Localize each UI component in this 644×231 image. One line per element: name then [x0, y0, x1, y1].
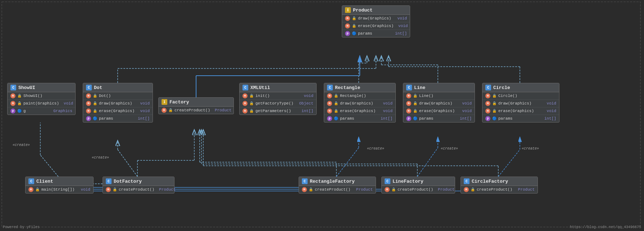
- line-icon: C: [406, 85, 412, 90]
- svg-text:«create»: «create»: [441, 147, 458, 151]
- circle-icon: C: [485, 85, 491, 90]
- product-icon: I: [345, 7, 351, 13]
- method-icon: m: [86, 93, 91, 98]
- svg-text:«create»: «create»: [367, 147, 384, 151]
- class-showui: C ShowUI m 🔒 ShowUI() m 🔒 paint(Graphics…: [7, 83, 76, 115]
- showui-row-1: m 🔒 ShowUI(): [8, 92, 75, 100]
- class-product: I Product m 🔒 draw(Graphics) void m 🔒 er…: [342, 5, 410, 37]
- lock-icon: 🔒: [17, 94, 22, 98]
- factory-title: Factory: [169, 99, 189, 105]
- product-row-3: p 🔵 params int[]: [342, 30, 410, 37]
- svg-text:«create»: «create»: [522, 147, 539, 151]
- class-circle: C Circle m 🔒 Circle() m 🔒 draw(Graphics)…: [482, 83, 559, 123]
- param-icon: p: [86, 116, 91, 121]
- method-icon: m: [242, 93, 248, 98]
- circlefactory-title: CircleFactory: [472, 179, 508, 184]
- footer-right: https://blog.csdn.net/qq_43496675: [570, 225, 641, 229]
- method-icon: m: [162, 108, 167, 113]
- class-linefactory: C LineFactory m 🔒 createProduct() Produc…: [381, 177, 455, 194]
- method-icon: m: [345, 23, 350, 28]
- class-xmlutil: C XMLUtil m 🔒 init() void m 🔒 getFactory…: [239, 83, 317, 115]
- lock-icon: 🔒: [17, 101, 22, 106]
- rectanglefactory-title: RectangleFactory: [310, 179, 355, 184]
- lock-icon: 🔵: [17, 109, 22, 113]
- dotfactory-title: DotFactory: [114, 179, 142, 184]
- product-row-1: m 🔒 draw(Graphics) void: [342, 15, 410, 22]
- method-icon: m: [10, 101, 15, 106]
- circlefactory-icon: C: [464, 178, 470, 184]
- svg-text:«create»: «create»: [13, 143, 30, 147]
- param-icon: p: [10, 108, 15, 114]
- lock-icon: 🔵: [352, 31, 356, 36]
- client-title: Client: [36, 179, 53, 184]
- class-dotfactory: C DotFactory m 🔒 createProduct() Product: [103, 177, 174, 194]
- svg-text:«create»: «create»: [92, 156, 109, 160]
- class-dot: C Dot m 🔒 Dot() m 🔒 draw(Graphics) void …: [83, 83, 153, 123]
- linefactory-icon: C: [385, 178, 390, 184]
- lock-icon: 🔒: [352, 24, 356, 28]
- svg-line-39: [498, 150, 520, 177]
- method-icon: m: [10, 93, 15, 98]
- showui-icon: C: [10, 85, 16, 90]
- xmlutil-icon: C: [242, 85, 248, 90]
- param-icon: p: [345, 31, 350, 36]
- factory-icon: I: [162, 99, 167, 105]
- rectangle-icon: C: [327, 85, 333, 90]
- dot-title: Dot: [94, 85, 102, 90]
- rectangle-title: Rectangle: [335, 85, 360, 90]
- class-rectanglefactory: C RectangleFactory m 🔒 createProduct() P…: [299, 177, 376, 194]
- method-icon: m: [242, 108, 248, 114]
- svg-line-35: [336, 148, 359, 177]
- footer-left: Powered by yFiles: [3, 225, 40, 229]
- showui-title: ShowUI: [18, 85, 35, 90]
- method-icon: m: [86, 101, 91, 106]
- dot-icon: C: [86, 85, 92, 90]
- method-icon: m: [242, 101, 248, 106]
- diagram-container: «create» «create» «create» «create» «cre…: [0, 0, 644, 231]
- linefactory-title: LineFactory: [393, 179, 423, 184]
- product-row-2: m 🔒 erase(Graphics) void: [342, 22, 410, 30]
- svg-line-37: [417, 148, 438, 177]
- method-icon: m: [345, 16, 350, 21]
- rectanglefactory-icon: C: [302, 178, 308, 184]
- class-rectangle: C Rectangle m 🔒 Rectangle() m 🔒 draw(Gra…: [324, 83, 396, 123]
- svg-line-41: [118, 150, 137, 177]
- client-icon: C: [28, 178, 34, 184]
- dotfactory-icon: C: [106, 178, 112, 184]
- lock-icon: 🔒: [352, 16, 356, 21]
- showui-row-3: p 🔵 g Graphics: [8, 107, 75, 115]
- class-line: C Line m 🔒 Line() m 🔒 draw(Graphics) voi…: [403, 83, 475, 123]
- class-circlefactory: C CircleFactory m 🔒 createProduct() Prod…: [461, 177, 538, 194]
- class-client: C Client m 🔒 main(String[]) void: [25, 177, 94, 194]
- method-icon: m: [86, 108, 91, 114]
- showui-row-2: m 🔒 paint(Graphics) void: [8, 100, 75, 107]
- circle-title: Circle: [493, 85, 510, 90]
- xmlutil-title: XMLUtil: [250, 85, 270, 90]
- product-title: Product: [353, 8, 373, 13]
- line-title: Line: [414, 85, 425, 90]
- class-factory: I Factory m 🔒 createProduct() Product: [158, 97, 234, 114]
- svg-line-29: [40, 155, 58, 177]
